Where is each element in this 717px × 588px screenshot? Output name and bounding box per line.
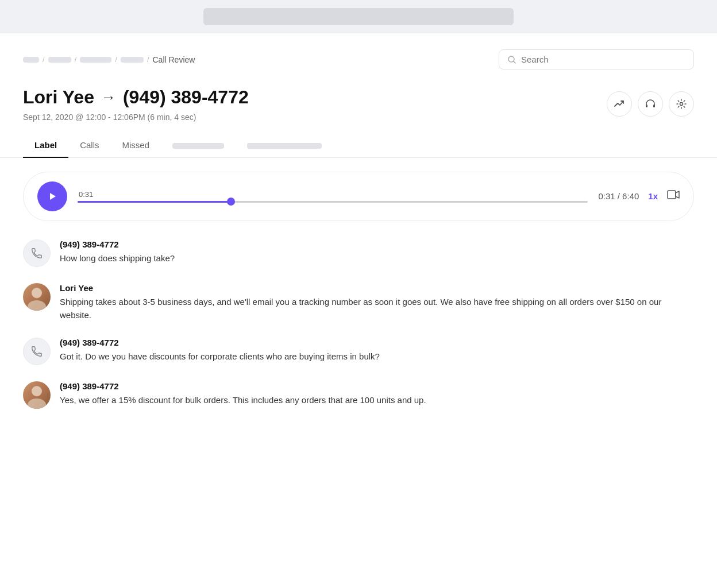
svg-point-9 bbox=[28, 300, 46, 311]
person-silhouette-icon bbox=[23, 283, 51, 311]
settings-button[interactable] bbox=[669, 91, 694, 117]
person-silhouette-icon-2 bbox=[23, 381, 51, 409]
transcript-name-3: (949) 389-4772 bbox=[60, 338, 694, 347]
transcript-name-4: (949) 389-4772 bbox=[60, 381, 694, 391]
transcript-text-4: Yes, we offer a 15% discount for bulk or… bbox=[60, 393, 694, 407]
progress-fill bbox=[78, 201, 231, 203]
breadcrumb-sep-1: / bbox=[43, 55, 45, 64]
progress-track[interactable] bbox=[78, 201, 588, 203]
time-display: 0:31 / 6:40 bbox=[598, 191, 639, 201]
avatar-2 bbox=[23, 283, 51, 311]
breadcrumb: / / / / Call Review bbox=[23, 55, 195, 64]
transcript-text-2: Shipping takes about 3-5 business days, … bbox=[60, 295, 694, 322]
transcript-name-1: (949) 389-4772 bbox=[60, 239, 694, 249]
progress-bar-wrap[interactable] bbox=[78, 201, 588, 203]
video-icon[interactable] bbox=[667, 190, 680, 202]
breadcrumb-item-2[interactable] bbox=[48, 57, 71, 63]
play-icon bbox=[47, 191, 58, 202]
call-datetime: Sept 12, 2020 @ 12:00 - 12:06PM (6 min, … bbox=[23, 113, 249, 122]
tab-placeholder-2 bbox=[247, 143, 322, 149]
search-icon bbox=[507, 55, 516, 64]
transcript-entry-3: (949) 389-4772 Got it. Do we you have di… bbox=[23, 338, 694, 365]
play-button[interactable] bbox=[37, 181, 67, 211]
header-left: Lori Yee → (949) 389-4772 Sept 12, 2020 … bbox=[23, 87, 249, 122]
transcript-bubble-3: (949) 389-4772 Got it. Do we you have di… bbox=[60, 338, 694, 363]
transcript-name-2: Lori Yee bbox=[60, 283, 694, 293]
headphones-icon bbox=[645, 98, 656, 110]
phone-icon bbox=[30, 247, 43, 260]
svg-line-1 bbox=[514, 61, 516, 63]
transcript-entry-4: (949) 389-4772 Yes, we offer a 15% disco… bbox=[23, 381, 694, 409]
top-nav bbox=[0, 0, 717, 33]
tab-missed[interactable]: Missed bbox=[111, 133, 161, 158]
svg-rect-2 bbox=[646, 105, 647, 107]
svg-point-8 bbox=[32, 288, 42, 299]
speed-button[interactable]: 1x bbox=[648, 191, 658, 201]
transcript-bubble-2: Lori Yee Shipping takes about 3-5 busine… bbox=[60, 283, 694, 322]
player-controls: 0:31 bbox=[78, 190, 588, 203]
svg-point-10 bbox=[32, 386, 42, 397]
tab-placeholder-1 bbox=[172, 143, 224, 149]
search-input[interactable] bbox=[521, 55, 685, 64]
search-box bbox=[499, 49, 694, 69]
caller-phone: (949) 389-4772 bbox=[123, 87, 249, 108]
svg-marker-7 bbox=[676, 191, 679, 198]
transcript-text-3: Got it. Do we you have discounts for cor… bbox=[60, 350, 694, 363]
svg-point-11 bbox=[28, 399, 46, 409]
caller-name: Lori Yee bbox=[23, 87, 94, 108]
transcript-bubble-1: (949) 389-4772 How long does shipping ta… bbox=[60, 239, 694, 265]
trending-icon bbox=[614, 98, 625, 110]
audio-player-wrap: 0:31 0:31 / 6:40 1x bbox=[0, 158, 717, 235]
breadcrumb-sep-4: / bbox=[147, 55, 149, 64]
breadcrumb-item-1[interactable] bbox=[23, 57, 39, 63]
breadcrumb-sep-3: / bbox=[115, 55, 117, 64]
transcript-bubble-4: (949) 389-4772 Yes, we offer a 15% disco… bbox=[60, 381, 694, 407]
arrow-icon: → bbox=[101, 88, 116, 106]
phone-icon-2 bbox=[30, 345, 43, 358]
progress-thumb[interactable] bbox=[227, 198, 235, 206]
player-end-info: 0:31 / 6:40 1x bbox=[598, 190, 680, 202]
trending-button[interactable] bbox=[607, 91, 632, 117]
breadcrumb-bar: / / / / Call Review bbox=[0, 33, 717, 81]
svg-rect-3 bbox=[653, 105, 655, 107]
transcript-text-1: How long does shipping take? bbox=[60, 252, 694, 265]
call-title: Lori Yee → (949) 389-4772 bbox=[23, 87, 249, 108]
top-nav-bar bbox=[203, 8, 514, 25]
headphones-button[interactable] bbox=[638, 91, 663, 117]
tab-label[interactable]: Label bbox=[23, 133, 68, 158]
breadcrumb-item-3[interactable] bbox=[80, 57, 111, 63]
transcript: (949) 389-4772 How long does shipping ta… bbox=[0, 235, 717, 432]
video-camera-icon bbox=[667, 190, 680, 199]
avatar-4 bbox=[23, 381, 51, 409]
transcript-entry-1: (949) 389-4772 How long does shipping ta… bbox=[23, 239, 694, 267]
player-time-top: 0:31 bbox=[78, 190, 588, 199]
header-actions bbox=[607, 87, 694, 117]
avatar-1 bbox=[23, 239, 51, 267]
avatar-3 bbox=[23, 338, 51, 365]
svg-marker-5 bbox=[50, 193, 56, 200]
transcript-entry-2: Lori Yee Shipping takes about 3-5 busine… bbox=[23, 283, 694, 322]
breadcrumb-sep-2: / bbox=[75, 55, 77, 64]
svg-rect-6 bbox=[668, 191, 676, 199]
svg-point-4 bbox=[680, 103, 683, 106]
settings-icon bbox=[676, 98, 687, 110]
breadcrumb-item-4[interactable] bbox=[121, 57, 144, 63]
page-header: Lori Yee → (949) 389-4772 Sept 12, 2020 … bbox=[0, 81, 717, 133]
tab-calls[interactable]: Calls bbox=[68, 133, 110, 158]
main-content: / / / / Call Review Lori Yee → (949) 389… bbox=[0, 33, 717, 588]
tabs-bar: Label Calls Missed bbox=[0, 133, 717, 158]
audio-player: 0:31 0:31 / 6:40 1x bbox=[23, 172, 694, 221]
breadcrumb-current: Call Review bbox=[153, 55, 195, 64]
